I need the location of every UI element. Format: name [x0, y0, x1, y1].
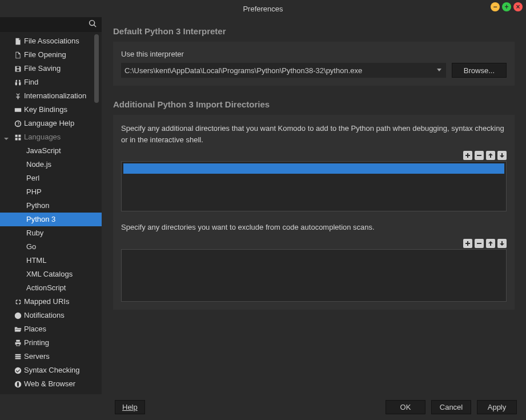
chevron-down-icon	[3, 134, 9, 140]
sidebar-item-html[interactable]: HTML	[0, 254, 102, 267]
sidebar-item-places[interactable]: Places	[0, 322, 102, 336]
import-dirs-panel: Specify any additional directories that …	[113, 115, 515, 310]
include-dirs-listbox[interactable]	[121, 161, 507, 211]
interpreter-panel: Use this interpreter C:\Users\kent\AppDa…	[113, 42, 515, 86]
sidebar-search[interactable]	[0, 17, 102, 32]
sidebar-item-languages[interactable]: Languages	[0, 130, 102, 144]
sidebar-item-perl[interactable]: Perl	[0, 171, 102, 185]
section-heading-import-dirs: Additional Python 3 Import Directories	[113, 99, 515, 109]
help-icon	[14, 119, 22, 127]
sidebar-item-file-saving[interactable]: File Saving	[0, 62, 102, 75]
check-icon	[14, 366, 22, 374]
remove-button[interactable]	[475, 151, 484, 160]
scrollbar-thumb[interactable]	[94, 34, 99, 103]
sidebar-item-php[interactable]: PHP	[0, 185, 102, 199]
languages-icon	[14, 133, 22, 141]
sidebar-item-file-opening[interactable]: File Opening	[0, 48, 102, 62]
window-title: Preferences	[243, 5, 283, 13]
remove-button-exclude[interactable]	[475, 239, 484, 248]
section-heading-interpreter: Default Python 3 Interpreter	[113, 26, 515, 36]
help-button[interactable]: Help	[115, 400, 145, 414]
exclude-dirs-listbox[interactable]	[121, 249, 507, 302]
titlebar: Preferences − + ×	[0, 0, 526, 17]
add-button[interactable]	[463, 151, 472, 160]
sidebar-item-go[interactable]: Go	[0, 240, 102, 254]
sidebar-item-xml-catalogs[interactable]: XML Catalogs	[0, 267, 102, 281]
close-button[interactable]: ×	[513, 2, 523, 11]
dropdown-caret-icon	[437, 69, 441, 71]
move-up-button-exclude[interactable]	[486, 239, 495, 248]
move-down-button[interactable]	[497, 151, 507, 160]
sidebar-item-notifications[interactable]: Notifications	[0, 309, 102, 322]
sidebar-item-find[interactable]: Find	[0, 75, 102, 89]
sidebar-item-printing[interactable]: Printing	[0, 336, 102, 350]
listbox-selected-row[interactable]	[123, 163, 504, 174]
binoculars-icon	[14, 78, 22, 86]
exclude-dirs-description: Specify any directories you want to excl…	[121, 222, 507, 233]
sidebar-item-python[interactable]: Python	[0, 199, 102, 213]
sidebar-item-language-help[interactable]: Language Help	[0, 117, 102, 130]
yen-icon	[14, 92, 22, 100]
cancel-button[interactable]: Cancel	[431, 400, 471, 414]
import-dirs-description: Specify any additional directories that …	[121, 123, 507, 145]
globe-icon	[14, 380, 22, 388]
move-up-button[interactable]	[486, 151, 495, 160]
minimize-button[interactable]: −	[491, 2, 500, 11]
maximize-button[interactable]: +	[502, 2, 511, 11]
server-icon	[14, 353, 22, 361]
alert-icon	[14, 311, 22, 319]
link-icon	[14, 298, 22, 306]
interpreter-select[interactable]: C:\Users\kent\AppData\Local\Programs\Pyt…	[121, 63, 446, 78]
interpreter-field-label: Use this interpreter	[121, 50, 507, 58]
sidebar-tree[interactable]: File Associations File Opening File Savi…	[0, 32, 102, 394]
apply-button[interactable]: Apply	[477, 400, 517, 414]
sidebar-item-syntax-checking[interactable]: Syntax Checking	[0, 363, 102, 377]
sidebar-item-internationalization[interactable]: Internationalization	[0, 89, 102, 103]
file-open-icon	[14, 51, 22, 59]
sidebar-item-key-bindings[interactable]: Key Bindings	[0, 103, 102, 117]
add-button-exclude[interactable]	[463, 239, 472, 248]
search-icon	[89, 19, 97, 30]
sidebar-item-python3[interactable]: Python 3	[0, 213, 102, 226]
keyboard-icon	[14, 106, 22, 114]
ok-button[interactable]: OK	[386, 400, 425, 414]
sidebar-item-web-browser[interactable]: Web & Browser	[0, 377, 102, 391]
sidebar-item-nodejs[interactable]: Node.js	[0, 158, 102, 171]
move-down-button-exclude[interactable]	[497, 239, 507, 248]
print-icon	[14, 339, 22, 347]
save-icon	[14, 65, 22, 73]
sidebar-item-javascript[interactable]: JavaScript	[0, 144, 102, 158]
sidebar-item-file-associations[interactable]: File Associations	[0, 34, 102, 48]
main-panel: Default Python 3 Interpreter Use this in…	[102, 17, 526, 394]
dialog-button-bar: Help OK Cancel Apply	[0, 394, 526, 420]
sidebar-item-servers[interactable]: Servers	[0, 350, 102, 363]
sidebar-item-ruby[interactable]: Ruby	[0, 226, 102, 240]
sidebar-item-mapped-uris[interactable]: Mapped URIs	[0, 295, 102, 309]
browse-button[interactable]: Browse...	[452, 63, 507, 78]
exclude-dirs-toolbar	[121, 239, 507, 248]
file-icon	[14, 37, 22, 45]
folder-open-icon	[14, 325, 22, 333]
sidebar: File Associations File Opening File Savi…	[0, 17, 102, 394]
include-dirs-toolbar	[121, 151, 507, 160]
sidebar-item-actionscript[interactable]: ActionScript	[0, 281, 102, 295]
